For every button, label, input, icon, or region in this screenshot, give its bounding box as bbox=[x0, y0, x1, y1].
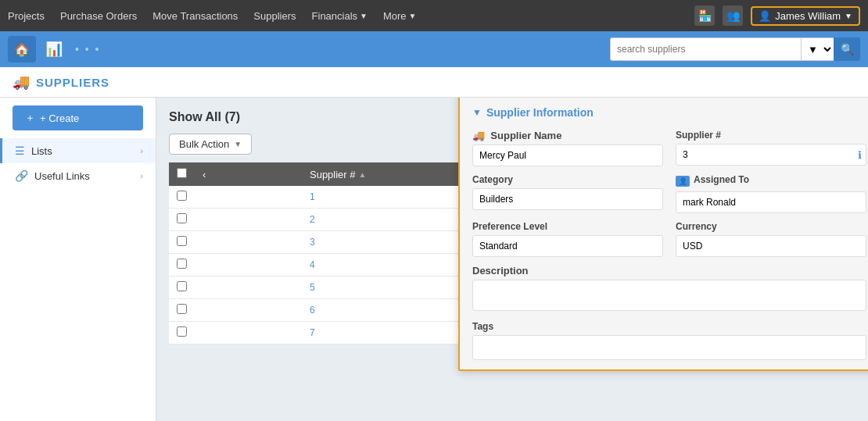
useful-links-chevron-icon: › bbox=[140, 171, 143, 180]
supplier-name-label: 🚚 Supplier Name bbox=[472, 130, 663, 141]
create-plus-icon: ＋ bbox=[25, 111, 35, 125]
supplier-name-input[interactable] bbox=[472, 144, 663, 166]
select-all-checkbox[interactable] bbox=[177, 168, 187, 178]
sidebar-lists-label: Lists bbox=[31, 145, 52, 157]
section-title: Supplier Information bbox=[486, 106, 594, 119]
search-area: ▼ 🔍 bbox=[610, 37, 860, 61]
left-sidebar: ＋ + Create ☰ Lists › 🔗 Useful Links › bbox=[0, 98, 156, 421]
supplier-name-icon: 🚚 bbox=[472, 130, 485, 141]
bulk-action-button[interactable]: Bulk Action ▼ bbox=[169, 134, 252, 155]
supplier-number-field: Supplier # ℹ bbox=[676, 130, 866, 166]
row-nav-cell bbox=[195, 209, 302, 231]
create-button[interactable]: ＋ + Create bbox=[13, 105, 143, 130]
nav-projects[interactable]: Projects bbox=[8, 10, 45, 22]
row-checkbox[interactable] bbox=[177, 259, 187, 269]
user-avatar-icon: 👤 bbox=[759, 10, 771, 22]
supplier-number-input[interactable] bbox=[676, 144, 866, 166]
preference-level-input[interactable] bbox=[472, 235, 663, 257]
nav-more[interactable]: More bbox=[383, 10, 407, 22]
supplier-name-field: 🚚 Supplier Name bbox=[472, 130, 663, 166]
user-menu-button[interactable]: 👤 James William ▼ bbox=[751, 6, 860, 26]
assigned-avatar-icon: 👤 bbox=[676, 176, 690, 187]
row-checkbox[interactable] bbox=[177, 191, 187, 201]
suppliers-title: SUPPLIERS bbox=[36, 76, 109, 89]
search-button[interactable]: 🔍 bbox=[834, 37, 860, 61]
financials-dropdown-icon[interactable]: ▼ bbox=[360, 12, 368, 20]
create-button-label: + Create bbox=[40, 112, 79, 124]
top-navigation: Projects Purchase Orders Move Transactio… bbox=[0, 0, 868, 31]
user-dropdown-icon: ▼ bbox=[845, 12, 852, 20]
form-grid: 🚚 Supplier Name Supplier # ℹ bbox=[472, 130, 866, 257]
info-icon[interactable]: ℹ bbox=[858, 149, 862, 161]
currency-input[interactable] bbox=[676, 235, 866, 257]
row-nav-cell bbox=[195, 231, 302, 254]
bulk-action-dropdown-icon: ▼ bbox=[234, 140, 242, 148]
sidebar-item-lists[interactable]: ☰ Lists › bbox=[0, 138, 156, 163]
search-input[interactable] bbox=[610, 37, 801, 61]
tags-field: Tags bbox=[472, 321, 866, 360]
search-dropdown[interactable]: ▼ bbox=[801, 37, 834, 61]
row-checkbox-cell bbox=[169, 186, 195, 209]
supplier-number-label: Supplier # bbox=[676, 130, 866, 141]
user-name: James William bbox=[775, 10, 841, 22]
row-checkbox[interactable] bbox=[177, 326, 187, 337]
row-checkbox[interactable] bbox=[177, 281, 187, 291]
home-button[interactable]: 🏠 bbox=[8, 36, 36, 62]
nav-suppliers[interactable]: Suppliers bbox=[253, 10, 296, 22]
assigned-to-field: 👤 Assigned To bbox=[676, 174, 866, 213]
row-nav-cell bbox=[195, 186, 302, 209]
bulk-action-label: Bulk Action bbox=[179, 138, 229, 150]
user-area: 🏪 👥 👤 James William ▼ bbox=[694, 5, 860, 26]
category-label: Category bbox=[472, 174, 663, 185]
row-checkbox-cell bbox=[169, 299, 195, 322]
row-nav-cell bbox=[195, 299, 302, 322]
tags-input[interactable] bbox=[472, 335, 866, 360]
sidebar-item-useful-links[interactable]: 🔗 Useful Links › bbox=[0, 163, 156, 188]
assigned-to-label: Assigned To bbox=[694, 174, 749, 185]
more-dropdown-icon[interactable]: ▼ bbox=[409, 12, 417, 20]
category-input[interactable] bbox=[472, 188, 663, 210]
list-icon: ☰ bbox=[15, 144, 25, 157]
row-checkbox[interactable] bbox=[177, 213, 187, 223]
detail-content: ▼ Supplier Information 🚚 Supplier Name bbox=[460, 98, 868, 369]
row-checkbox[interactable] bbox=[177, 304, 187, 314]
row-checkbox-cell bbox=[169, 322, 195, 344]
row-checkbox[interactable] bbox=[177, 236, 187, 246]
section-header: ▼ Supplier Information bbox=[472, 106, 866, 119]
nav-financials[interactable]: Financials bbox=[312, 10, 358, 22]
sort-arrow-icon[interactable]: ▲ bbox=[359, 170, 367, 179]
supplier-detail-panel: Supplier: Mercy Paul ✏️ 📋 ☑ 📞 ✉️ 📄 📎 •••… bbox=[458, 98, 868, 371]
tags-label: Tags bbox=[472, 321, 866, 332]
link-icon: 🔗 bbox=[15, 169, 28, 182]
currency-field: Currency bbox=[676, 221, 866, 257]
people-icon[interactable]: 👥 bbox=[723, 5, 743, 26]
row-nav-cell bbox=[195, 277, 302, 299]
content-area: Show All (7) Bulk Action ▼ ‹ bbox=[156, 98, 868, 421]
description-textarea[interactable] bbox=[472, 280, 866, 311]
section-collapse-icon[interactable]: ▼ bbox=[472, 107, 482, 118]
table-header-checkbox bbox=[169, 162, 195, 186]
secondary-navigation: 🏠 📊 • • • ▼ 🔍 bbox=[0, 31, 868, 67]
chart-icon: 📊 bbox=[42, 41, 66, 58]
preference-level-field: Preference Level bbox=[472, 221, 663, 257]
nav-move-transactions[interactable]: Move Transactions bbox=[152, 10, 238, 22]
suppliers-logo-icon: 🚚 bbox=[13, 73, 30, 91]
preference-level-label: Preference Level bbox=[472, 221, 663, 232]
lists-chevron-icon: › bbox=[140, 146, 143, 155]
row-checkbox-cell bbox=[169, 209, 195, 231]
category-field: Category bbox=[472, 174, 663, 213]
prev-arrow-icon[interactable]: ‹ bbox=[203, 169, 206, 180]
row-checkbox-cell bbox=[169, 231, 195, 254]
description-label: Description bbox=[472, 266, 529, 277]
row-checkbox-cell bbox=[169, 254, 195, 277]
row-nav-cell bbox=[195, 254, 302, 277]
currency-label: Currency bbox=[676, 221, 866, 232]
row-nav-cell bbox=[195, 322, 302, 344]
nav-purchase-orders[interactable]: Purchase Orders bbox=[60, 10, 137, 22]
sidebar-useful-links-label: Useful Links bbox=[34, 170, 90, 182]
more-options-dots: • • • bbox=[72, 43, 103, 55]
assigned-to-input[interactable] bbox=[676, 191, 866, 213]
row-checkbox-cell bbox=[169, 277, 195, 299]
description-field: Description bbox=[472, 265, 866, 313]
store-icon[interactable]: 🏪 bbox=[694, 5, 715, 26]
